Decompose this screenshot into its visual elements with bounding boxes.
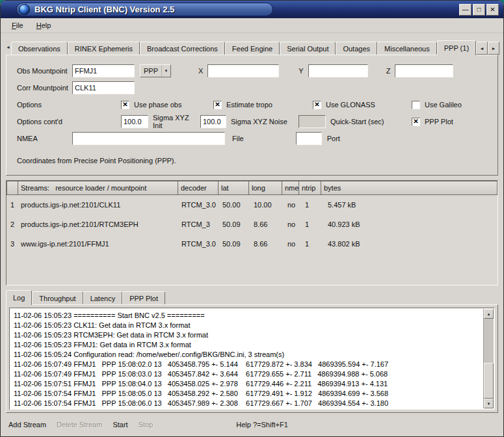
bottom-tabbar: Log Throughput Latency PPP Plot — [6, 291, 498, 304]
ppp-description: Coordinates from Precise Point Positioni… — [17, 157, 487, 165]
use-glonass-label: Use GLONASS — [326, 101, 375, 109]
log-line: 11-02-06 15:05:24 Configuration read: /h… — [14, 350, 479, 360]
use-galileo-checkbox[interactable] — [412, 101, 420, 109]
row-number: 2 — [7, 220, 18, 228]
tab-throughput[interactable]: Throughput — [32, 291, 83, 304]
tab-overflow-left-icon: ◄ — [6, 45, 10, 49]
sigma-xyz-noise-input[interactable] — [200, 115, 226, 128]
sigma-xyz-noise-group: Sigma XYZ Noise — [200, 115, 298, 128]
stream-bytes: 43.802 kB — [325, 240, 497, 248]
tab-broadcast-corrections[interactable]: Broadcast Corrections — [140, 42, 225, 55]
ppp-plot-label: PPP Plot — [425, 118, 453, 126]
header-lat: lat — [218, 181, 249, 195]
ppp-mode-value: PPP — [144, 67, 158, 75]
streams-table: Streams: resource loader / mountpoint de… — [6, 180, 498, 285]
delete-stream-button: Delete Stream — [57, 421, 102, 429]
y-label: Y — [298, 67, 303, 75]
ppp-plot-checkbox[interactable]: ✕ — [412, 118, 420, 126]
log-panel: 11-02-06 15:05:23 ========== Start BNC v… — [6, 304, 498, 413]
x-input[interactable] — [207, 64, 279, 77]
scroll-up-icon[interactable]: ▲ — [484, 309, 494, 319]
tab-scroll-left-button[interactable]: ◄ — [476, 42, 488, 55]
start-button[interactable]: Start — [113, 421, 127, 429]
z-input[interactable] — [395, 64, 453, 77]
options-contd-row: Options cont'd Sigma XYZ Init Sigma XYZ … — [17, 113, 487, 130]
tab-serial-output[interactable]: Serial Output — [280, 42, 336, 55]
header-corner — [7, 181, 18, 195]
menu-help[interactable]: Help — [31, 20, 57, 31]
stream-row[interactable]: 2 products.igs-ip.net:2101/RTCM3EPH RTCM… — [7, 215, 497, 234]
stream-lat: 50.09 — [220, 220, 251, 228]
log-line: 11-02-06 15:05:23 RTCM3EPH: Get data in … — [14, 330, 479, 340]
log-line: 11-02-06 15:05:23 CLK11: Get data in RTC… — [14, 321, 479, 330]
ppp-panel: Obs Mountpoint PPP ▼ X Y Z Corr Mountpoi… — [6, 55, 498, 176]
sigma-xyz-noise-label: Sigma XYZ Noise — [231, 118, 287, 126]
log-scrollbar[interactable]: ▲ ▼ — [483, 309, 494, 408]
use-phase-obs-checkbox[interactable]: ✕ — [121, 101, 129, 109]
tab-rinex-ephemeris[interactable]: RINEX Ephemeris — [68, 42, 140, 55]
add-stream-button[interactable]: Add Stream — [8, 421, 46, 429]
obs-mountpoint-row: Obs Mountpoint PPP ▼ X Y Z — [17, 62, 487, 79]
close-button[interactable]: ✕ — [486, 4, 499, 16]
menu-file[interactable]: File — [6, 20, 29, 31]
estimate-tropo-option: ✕ Estimate tropo — [213, 101, 313, 109]
obs-mountpoint-input[interactable] — [72, 64, 135, 77]
ppp-plot-option: ✕ PPP Plot — [412, 118, 453, 126]
estimate-tropo-label: Estimate tropo — [226, 101, 272, 109]
stream-bytes: 40.923 kB — [325, 220, 497, 228]
quick-start-group: Quick-Start (sec) — [298, 115, 412, 128]
maximize-button[interactable]: □ — [473, 4, 485, 16]
use-phase-obs-label: Use phase obs — [134, 101, 181, 109]
tab-outages[interactable]: Outages — [336, 42, 377, 55]
minimize-button[interactable]: — — [459, 4, 471, 16]
stream-row[interactable]: 3 www.igs-ip.net:2101/FFMJ1 RTCM_3.0 50.… — [7, 234, 497, 254]
stream-nmea: no — [285, 201, 302, 209]
log-line: 11-02-06 15:07:51 FFMJ1 PPP 15:08:04.0 1… — [14, 379, 479, 389]
header-nmea: nmea — [282, 181, 299, 195]
stream-nmea: no — [285, 240, 302, 248]
y-input[interactable] — [308, 64, 368, 77]
bnc-window: BKG Ntrip Client (BNC) Version 2.5 — □ ✕… — [0, 0, 504, 437]
scrollbar-thumb[interactable] — [484, 363, 494, 399]
tab-scroll-right-button[interactable]: ► — [488, 42, 499, 55]
scroll-down-icon[interactable]: ▼ — [484, 399, 494, 408]
log-line: 11-02-06 15:07:49 FFMJ1 PPP 15:08:03.0 1… — [14, 369, 479, 379]
tab-feed-engine[interactable]: Feed Engine — [225, 42, 280, 55]
use-glonass-option: ✕ Use GLONASS — [313, 101, 412, 109]
options-contd-label: Options cont'd — [17, 118, 72, 126]
nmea-port-input[interactable] — [296, 132, 322, 145]
tab-latency[interactable]: Latency — [83, 291, 123, 304]
use-glonass-checkbox[interactable]: ✕ — [313, 101, 321, 109]
titlebar[interactable]: BKG Ntrip Client (BNC) Version 2.5 — □ ✕ — [1, 1, 503, 18]
stream-long: 8.66 — [251, 240, 285, 248]
help-button[interactable]: Help ?=Shift+F1 — [236, 421, 288, 429]
log-area[interactable]: 11-02-06 15:05:23 ========== Start BNC v… — [9, 308, 495, 410]
estimate-tropo-checkbox[interactable]: ✕ — [213, 101, 222, 109]
nmea-file-input[interactable] — [72, 132, 225, 145]
tab-ppp[interactable]: PPP (1) — [437, 40, 476, 55]
tab-observations[interactable]: Observations — [11, 42, 68, 55]
bnc-app-icon — [19, 4, 30, 15]
tab-log[interactable]: Log — [6, 290, 32, 305]
tab-ppp-plot[interactable]: PPP Plot — [122, 291, 165, 304]
stream-bytes: 5.457 kB — [325, 201, 497, 209]
stream-lat: 50.09 — [220, 240, 251, 248]
ppp-mode-select[interactable]: PPP ▼ — [140, 64, 171, 77]
nmea-port-label: Port — [327, 135, 340, 142]
header-ntrip: ntrip — [298, 181, 321, 195]
action-bar: Add Stream Delete Stream Start Stop Help… — [1, 413, 503, 429]
header-mountpoint: Streams: resource loader / mountpoint — [18, 181, 178, 195]
row-number: 1 — [7, 201, 18, 209]
stream-ntrip: 1 — [302, 201, 325, 209]
stream-ntrip: 1 — [302, 240, 325, 248]
header-decoder: decoder — [178, 181, 219, 195]
stream-row[interactable]: 1 products.igs-ip.net:2101/CLK11 RTCM_3.… — [7, 195, 497, 215]
menubar: File Help — [1, 18, 503, 33]
sigma-xyz-init-input[interactable] — [121, 115, 148, 128]
log-line: 11-02-06 15:05:23 ========== Start BNC v… — [14, 311, 479, 321]
tab-miscellaneous[interactable]: Miscellaneous — [377, 42, 437, 55]
z-label: Z — [386, 67, 391, 75]
corr-mountpoint-input[interactable] — [72, 81, 135, 94]
stream-ntrip: 1 — [302, 220, 325, 228]
log-line: 11-02-06 15:07:49 FFMJ1 PPP 15:08:02.0 1… — [14, 360, 479, 369]
